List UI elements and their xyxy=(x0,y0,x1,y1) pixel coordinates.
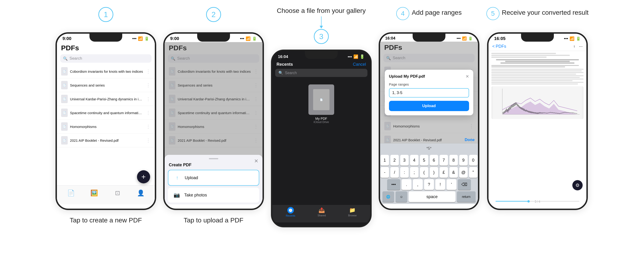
phone-5-notch xyxy=(521,34,554,42)
backspace-key[interactable]: ⌫ xyxy=(458,179,471,190)
list-item[interactable]: 📄 Universal Kardar-Parisi-Zhang dynamics… xyxy=(57,92,155,106)
phone-3-time: 16:04 xyxy=(278,54,288,59)
step-1-caption: Tap to create a new PDF xyxy=(70,217,142,224)
key-lparen[interactable]: ( xyxy=(420,167,428,178)
upload-label: Upload xyxy=(185,175,198,180)
key-at[interactable]: @ xyxy=(459,167,468,178)
page-ranges-input[interactable] xyxy=(389,88,469,98)
pdf-title-line xyxy=(496,59,579,60)
pdf-title-line xyxy=(505,61,570,62)
emoji-key[interactable]: ☺ xyxy=(396,191,407,202)
list-item[interactable]: 📄 Sequences and series ⋮ xyxy=(57,78,155,92)
pdf-chart xyxy=(491,86,584,119)
step-3-number: 3 xyxy=(314,29,329,44)
more-icon[interactable]: ⋮ xyxy=(146,124,150,129)
key-9[interactable]: 9 xyxy=(459,155,468,166)
upload-sheet-item[interactable]: ↑ Upload xyxy=(168,170,259,186)
step-5-header: 5 Receive your converted result xyxy=(486,7,588,28)
more-icon[interactable]: ⋮ xyxy=(146,110,150,116)
create-pdf-fab[interactable]: + xyxy=(137,170,150,183)
key-semicolon[interactable]: ; xyxy=(410,167,418,178)
cancel-button[interactable]: Cancel xyxy=(353,62,366,67)
phone-1-tab-bar: 📄 🖼️ ⊡ 👤 xyxy=(57,185,155,204)
space-key[interactable]: space xyxy=(409,191,456,202)
key-pound[interactable]: £ xyxy=(440,167,448,178)
pdf-page-slider[interactable] xyxy=(496,201,579,202)
back-button[interactable]: < PDFs xyxy=(492,44,506,49)
key-6[interactable]: 6 xyxy=(430,155,438,166)
tab-recents[interactable]: 🕒 Recents xyxy=(286,207,295,217)
tab-scan-icon[interactable]: ⊡ xyxy=(113,189,122,197)
key-8[interactable]: 8 xyxy=(450,155,458,166)
pdf-options-fab[interactable]: ⚙ xyxy=(572,180,583,190)
battery-icon: 🔋 xyxy=(360,54,364,59)
phone-1-mockup: 9:00 ▪▪▪ 📶 🔋 PDFs 🔍 Search 📄 xyxy=(56,32,156,210)
tab-shared[interactable]: 📤 Shared xyxy=(318,207,326,217)
pdf-content-area xyxy=(488,51,586,121)
key-comma[interactable]: , xyxy=(413,179,423,190)
tab-browse[interactable]: 📁 Browse xyxy=(348,207,357,217)
key-more[interactable]: ••• xyxy=(387,179,400,190)
key-4[interactable]: 4 xyxy=(410,155,418,166)
signal-icon: ▪▪▪ xyxy=(564,36,568,41)
pdf-viewer-header: < PDFs ↑ ⋯ xyxy=(488,42,586,51)
key-2[interactable]: 2 xyxy=(390,155,399,166)
list-item[interactable]: 📄 Spacetime continuity and quantum infor… xyxy=(57,106,155,120)
pdf-slider-dot xyxy=(528,200,530,203)
more-options-icon[interactable]: ⋯ xyxy=(579,44,583,49)
more-icon[interactable]: ⋮ xyxy=(146,96,150,102)
done-button[interactable]: Done xyxy=(464,138,475,142)
more-icon[interactable]: ⋮ xyxy=(146,68,150,74)
tab-user-icon[interactable]: 👤 xyxy=(136,189,145,197)
pdf-authors-line xyxy=(491,65,579,66)
key-rparen[interactable]: ) xyxy=(430,167,438,178)
key-apostrophe[interactable]: ' xyxy=(446,179,456,190)
arrow-down xyxy=(320,26,323,28)
file-card[interactable]: 📄 xyxy=(308,84,334,115)
step3-pointer xyxy=(320,16,323,28)
phone-1-search-bar[interactable]: 🔍 Search xyxy=(60,54,152,63)
key-period[interactable]: . xyxy=(402,179,412,190)
upload-icon: ↑ xyxy=(173,174,182,182)
key-1[interactable]: 1 xyxy=(380,155,389,166)
key-amp[interactable]: & xyxy=(450,167,458,178)
take-photos-sheet-item[interactable]: 📷 Take photos xyxy=(168,188,259,203)
key-5[interactable]: 5 xyxy=(420,155,428,166)
camera-icon: 📷 xyxy=(172,191,181,199)
tab-doc-icon[interactable]: 📄 xyxy=(67,189,75,197)
key-exclaim[interactable]: ! xyxy=(435,179,445,190)
file-picker-search-bar[interactable]: 🔍 Search xyxy=(275,69,368,77)
more-icon[interactable]: ⋮ xyxy=(146,82,150,88)
globe-key[interactable]: 🌐 xyxy=(382,191,394,202)
list-item[interactable]: 📄 Cobordism invariants for knots with tw… xyxy=(57,64,155,78)
key-3[interactable]: 3 xyxy=(400,155,409,166)
phone-4-status-icons: ▪▪▪ 📶 🔋 xyxy=(457,36,473,41)
key-slash[interactable]: / xyxy=(390,167,399,178)
key-quote[interactable]: " xyxy=(469,167,478,178)
more-icon[interactable]: ⋮ xyxy=(146,138,150,143)
key-question[interactable]: ? xyxy=(424,179,434,190)
keyboard[interactable]: 1 2 3 4 5 6 7 8 9 0 - / xyxy=(380,153,478,204)
sheet-close-button[interactable]: ✕ xyxy=(254,158,258,164)
return-key[interactable]: return xyxy=(457,191,476,202)
share-icon[interactable]: ↑ xyxy=(573,44,575,49)
key-dash[interactable]: - xyxy=(380,167,389,178)
list-item[interactable]: 📄 2021 AIP Booklet - Revised.pdf ⋮ xyxy=(57,134,155,147)
tab-image-icon[interactable]: 🖼️ xyxy=(90,189,98,197)
file-icon: 📄 xyxy=(61,109,68,117)
dialog-close-button[interactable]: ✕ xyxy=(466,74,469,79)
upload-button[interactable]: Upload xyxy=(389,101,469,111)
phone-4-content: PDFs 🔍 Search 📄 Cobordism invariants for… xyxy=(380,42,478,204)
keyboard-row-misc: ••• . , ? ! ' ⌫ xyxy=(381,179,477,190)
list-item[interactable]: 📄 Homomorphisms ⋮ xyxy=(57,120,155,134)
pdf-text-line xyxy=(491,77,580,78)
phone-4-notch xyxy=(413,34,446,42)
key-0[interactable]: 0 xyxy=(469,155,478,166)
pdf-title-block xyxy=(491,59,584,64)
key-colon[interactable]: : xyxy=(400,167,409,178)
file-picker-nav: Recents Cancel xyxy=(272,60,370,69)
browse-tab-label: Browse xyxy=(348,214,357,217)
phone-2-mockup: 9:00 ▪▪▪ 📶 🔋 PDFs 🔍 Search 📄 xyxy=(163,32,264,210)
key-7[interactable]: 7 xyxy=(440,155,448,166)
step-2-header: 2 xyxy=(206,7,221,28)
